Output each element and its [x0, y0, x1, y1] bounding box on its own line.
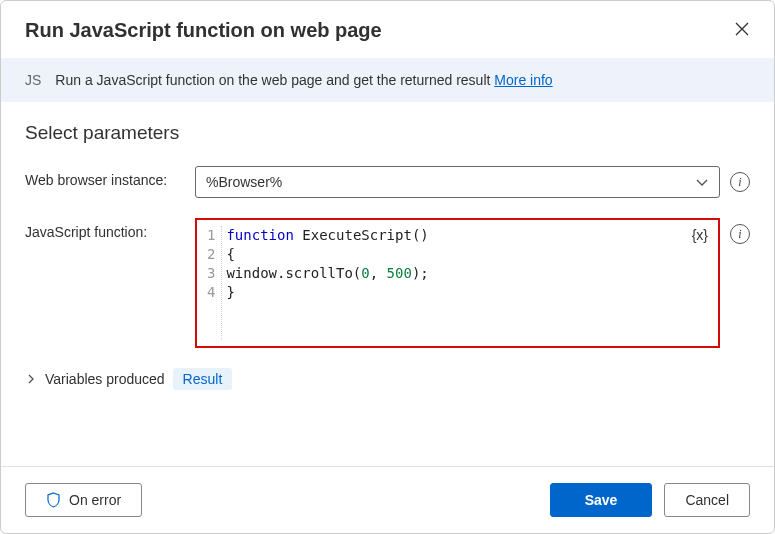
line-num: 2	[207, 245, 215, 264]
info-text: Run a JavaScript function on the web pag…	[55, 72, 552, 88]
field-jsfn: JavaScript function: 1 2 3 4 function Ex…	[25, 218, 750, 348]
chevron-right-icon	[25, 373, 37, 385]
insert-variable-button[interactable]: {x}	[692, 226, 708, 245]
info-bar: JS Run a JavaScript function on the web …	[1, 58, 774, 102]
info-text-content: Run a JavaScript function on the web pag…	[55, 72, 494, 88]
browser-info-icon[interactable]: i	[730, 172, 750, 192]
browser-value: %Browser%	[206, 174, 282, 190]
number: 500	[387, 265, 412, 281]
on-error-label: On error	[69, 492, 121, 508]
code-editor[interactable]: 1 2 3 4 function ExecuteScript() { windo…	[195, 218, 720, 348]
dialog-content: Select parameters Web browser instance: …	[1, 102, 774, 466]
code-text: );	[412, 265, 429, 281]
line-num: 1	[207, 226, 215, 245]
browser-select[interactable]: %Browser%	[195, 166, 720, 198]
close-button[interactable]	[734, 21, 750, 41]
close-icon	[734, 21, 750, 37]
js-badge-icon: JS	[25, 72, 41, 88]
field-browser: Web browser instance: %Browser% i	[25, 166, 750, 198]
more-info-link[interactable]: More info	[494, 72, 552, 88]
jsfn-label: JavaScript function:	[25, 218, 185, 240]
shield-icon	[46, 492, 61, 508]
code-lines: function ExecuteScript() { window.scroll…	[222, 226, 428, 340]
dialog: Run JavaScript function on web page JS R…	[0, 0, 775, 534]
jsfn-info-icon[interactable]: i	[730, 224, 750, 244]
code-text: window.scrollTo(	[226, 265, 361, 281]
number: 0	[361, 265, 369, 281]
code-text: ExecuteScript()	[294, 227, 429, 243]
dialog-footer: On error Save Cancel	[1, 466, 774, 533]
section-title: Select parameters	[25, 122, 750, 144]
chevron-down-icon	[695, 175, 709, 189]
gutter: 1 2 3 4	[201, 226, 222, 340]
line-num: 4	[207, 283, 215, 302]
result-chip[interactable]: Result	[173, 368, 233, 390]
dialog-title: Run JavaScript function on web page	[25, 19, 382, 42]
browser-label: Web browser instance:	[25, 166, 185, 188]
keyword: function	[226, 227, 293, 243]
code-line: }	[226, 283, 428, 302]
code-line: function ExecuteScript()	[226, 226, 428, 245]
dialog-header: Run JavaScript function on web page	[1, 1, 774, 58]
variables-produced-toggle[interactable]: Variables produced Result	[25, 368, 750, 390]
code-line: {	[226, 245, 428, 264]
variables-label: Variables produced	[45, 371, 165, 387]
on-error-button[interactable]: On error	[25, 483, 142, 517]
code-line: window.scrollTo(0, 500);	[226, 264, 428, 283]
save-button[interactable]: Save	[550, 483, 653, 517]
line-num: 3	[207, 264, 215, 283]
cancel-button[interactable]: Cancel	[664, 483, 750, 517]
code-text: ,	[370, 265, 387, 281]
